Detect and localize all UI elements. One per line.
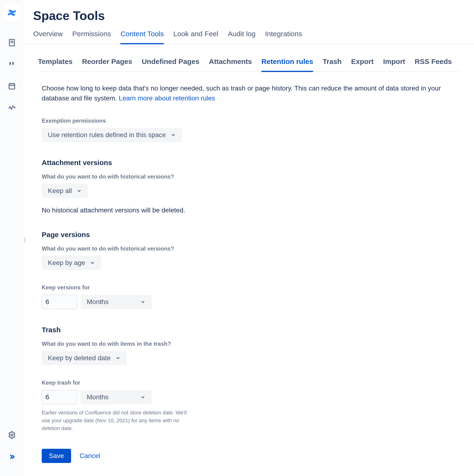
page-question: What do you want to do with historical v…: [42, 245, 460, 252]
trash-question: What do you want to do with items in the…: [42, 340, 460, 347]
subtab-trash[interactable]: Trash: [323, 58, 342, 72]
main-content: Space Tools Overview Permissions Content…: [24, 0, 474, 476]
subtab-rss-feeds[interactable]: RSS Feeds: [415, 58, 452, 72]
primary-tabs: Overview Permissions Content Tools Look …: [24, 30, 474, 44]
exemption-select[interactable]: Use retention rules defined in this spac…: [42, 128, 182, 142]
save-button[interactable]: Save: [42, 449, 71, 463]
chevron-down-icon: [90, 260, 95, 265]
page-keep-unit-select[interactable]: Months: [81, 295, 152, 309]
trash-action-value: Keep by deleted date: [48, 354, 111, 362]
page-section-title: Page versions: [42, 231, 460, 239]
intro-paragraph: Choose how long to keep data that's no l…: [42, 83, 456, 103]
secondary-tabs: Templates Reorder Pages Undefined Pages …: [38, 58, 460, 72]
subtab-import[interactable]: Import: [383, 58, 405, 72]
exemption-value: Use retention rules defined in this spac…: [48, 131, 166, 139]
trash-keep-number-input[interactable]: [42, 390, 77, 405]
tab-integrations[interactable]: Integrations: [265, 30, 302, 44]
form-actions: Save Cancel: [42, 449, 460, 463]
learn-more-link[interactable]: Learn more about retention rules: [119, 95, 215, 102]
page-keep-unit-value: Months: [87, 298, 109, 306]
trash-keep-unit-value: Months: [87, 393, 109, 401]
exemption-label: Exemption permissions: [42, 118, 460, 124]
chevron-down-icon: [76, 188, 82, 193]
cancel-button[interactable]: Cancel: [78, 449, 102, 463]
chevron-down-icon: [115, 356, 121, 361]
subtab-export[interactable]: Export: [351, 58, 374, 72]
tab-audit-log[interactable]: Audit log: [228, 30, 255, 44]
chevron-down-icon: [140, 394, 146, 400]
attachment-question: What do you want to do with historical v…: [42, 173, 460, 180]
quote-icon[interactable]: [7, 59, 17, 70]
svg-rect-3: [9, 84, 15, 89]
subtab-undefined-pages[interactable]: Undefined Pages: [142, 58, 199, 72]
trash-keep-unit-select[interactable]: Months: [81, 390, 152, 404]
attachment-action-select[interactable]: Keep all: [42, 184, 88, 198]
page-title: Space Tools: [33, 9, 465, 23]
tab-permissions[interactable]: Permissions: [72, 30, 111, 44]
expand-icon[interactable]: [7, 452, 17, 462]
confluence-logo[interactable]: [3, 4, 20, 21]
page-icon[interactable]: [7, 37, 17, 48]
trash-section-title: Trash: [42, 326, 460, 334]
intro-text: Choose how long to keep data that's no l…: [42, 85, 441, 102]
page-keep-number-input[interactable]: [42, 295, 77, 309]
svg-point-7: [11, 434, 13, 436]
subtab-retention-rules[interactable]: Retention rules: [261, 58, 313, 72]
chevron-down-icon: [140, 299, 146, 305]
analytics-icon[interactable]: [7, 103, 17, 113]
tab-overview[interactable]: Overview: [33, 30, 63, 44]
trash-action-select[interactable]: Keep by deleted date: [42, 351, 127, 365]
trash-note: Earlier versions of Confluence did not s…: [42, 409, 189, 432]
tab-look-and-feel[interactable]: Look and Feel: [173, 30, 218, 44]
attachment-helper: No historical attachment versions will b…: [42, 206, 460, 214]
left-sidebar: [0, 0, 24, 476]
subtab-attachments[interactable]: Attachments: [209, 58, 252, 72]
attachment-section-title: Attachment versions: [42, 159, 460, 167]
page-keep-label: Keep versions for: [42, 284, 460, 291]
page-action-select[interactable]: Keep by age: [42, 256, 101, 270]
page-action-value: Keep by age: [48, 259, 85, 267]
gear-icon[interactable]: [7, 430, 17, 440]
trash-keep-label: Keep trash for: [42, 379, 460, 386]
subtab-reorder-pages[interactable]: Reorder Pages: [82, 58, 132, 72]
attachment-action-value: Keep all: [48, 187, 72, 195]
calendar-icon[interactable]: [7, 81, 17, 91]
chevron-down-icon: [171, 132, 176, 137]
tab-content-tools[interactable]: Content Tools: [120, 30, 164, 44]
subtab-templates[interactable]: Templates: [38, 58, 73, 72]
